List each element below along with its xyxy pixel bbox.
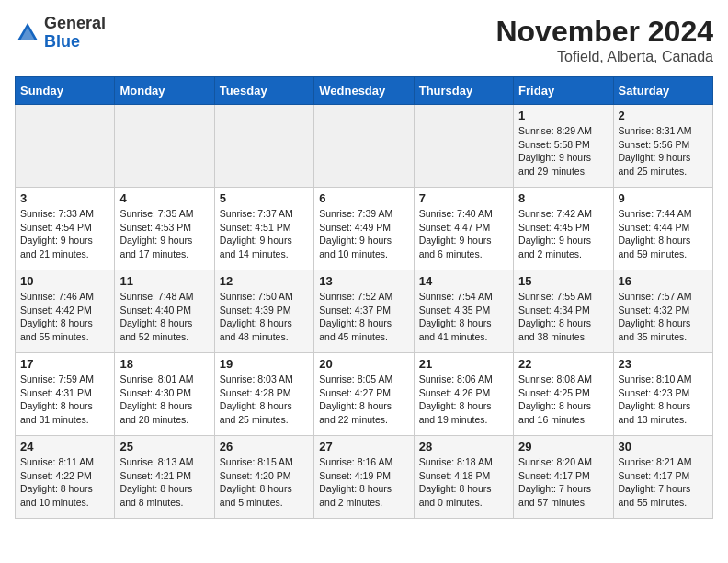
day-info: Sunrise: 8:11 AM xyxy=(20,455,109,469)
day-info: Daylight: 8 hours xyxy=(518,316,608,330)
day-info: Daylight: 8 hours xyxy=(319,399,408,413)
day-info: Daylight: 8 hours xyxy=(419,399,508,413)
day-info: Sunset: 4:47 PM xyxy=(419,221,508,235)
day-info: Sunrise: 8:05 AM xyxy=(319,373,408,386)
calendar-cell: 6Sunrise: 7:39 AMSunset: 4:49 PMDaylight… xyxy=(314,188,414,270)
day-number: 1 xyxy=(518,109,608,122)
day-info: Sunset: 4:20 PM xyxy=(220,469,309,483)
day-info: Daylight: 8 hours xyxy=(619,399,708,413)
day-number: 21 xyxy=(419,357,508,371)
day-info: Sunset: 4:27 PM xyxy=(319,386,408,400)
day-number: 8 xyxy=(518,191,608,205)
day-info: Sunrise: 7:55 AM xyxy=(518,290,608,304)
calendar-cell: 3Sunrise: 7:33 AMSunset: 4:54 PMDaylight… xyxy=(16,188,115,270)
day-info: and 10 minutes. xyxy=(20,496,109,510)
calendar-cell: 22Sunrise: 8:08 AMSunset: 4:25 PMDayligh… xyxy=(514,353,613,436)
day-info: Sunset: 4:44 PM xyxy=(619,221,708,235)
week-row-4: 24Sunrise: 8:11 AMSunset: 4:22 PMDayligh… xyxy=(16,436,713,519)
day-info: Sunset: 4:30 PM xyxy=(119,386,209,400)
day-info: Sunset: 4:40 PM xyxy=(119,304,209,317)
calendar-cell: 21Sunrise: 8:06 AMSunset: 4:26 PMDayligh… xyxy=(414,353,513,436)
day-info: Daylight: 9 hours xyxy=(518,234,608,247)
calendar-cell: 2Sunrise: 8:31 AMSunset: 5:56 PMDaylight… xyxy=(613,105,712,188)
day-number: 17 xyxy=(20,357,109,371)
day-info: Sunset: 5:58 PM xyxy=(518,138,608,152)
day-info: Daylight: 8 hours xyxy=(518,399,608,413)
day-info: Sunset: 4:17 PM xyxy=(518,469,608,483)
day-info: Sunset: 4:22 PM xyxy=(20,469,109,483)
weekday-sunday: Sunday xyxy=(16,77,115,105)
calendar-cell: 23Sunrise: 8:10 AMSunset: 4:23 PMDayligh… xyxy=(613,353,712,436)
day-number: 19 xyxy=(220,357,309,371)
day-info: Daylight: 8 hours xyxy=(619,316,708,330)
day-info: Sunrise: 7:42 AM xyxy=(518,207,608,221)
day-info: Sunrise: 8:03 AM xyxy=(220,373,309,386)
day-info: Sunset: 4:26 PM xyxy=(419,386,508,400)
day-info: Daylight: 7 hours xyxy=(518,482,608,496)
day-info: Daylight: 9 hours xyxy=(319,234,408,247)
calendar-cell: 16Sunrise: 7:57 AMSunset: 4:32 PMDayligh… xyxy=(613,270,712,353)
day-info: Sunrise: 8:18 AM xyxy=(419,455,508,469)
weekday-monday: Monday xyxy=(115,77,214,105)
day-info: and 21 minutes. xyxy=(20,247,109,261)
calendar-cell: 27Sunrise: 8:16 AMSunset: 4:19 PMDayligh… xyxy=(314,436,414,519)
day-number: 29 xyxy=(518,440,608,454)
calendar-header: SundayMondayTuesdayWednesdayThursdayFrid… xyxy=(16,77,713,105)
day-info: and 2 minutes. xyxy=(319,496,408,510)
day-info: and 38 minutes. xyxy=(518,330,608,344)
weekday-wednesday: Wednesday xyxy=(314,77,414,105)
day-info: Sunrise: 8:01 AM xyxy=(119,373,209,386)
day-info: Sunset: 4:34 PM xyxy=(518,304,608,317)
day-number: 6 xyxy=(319,191,408,205)
day-number: 14 xyxy=(419,274,508,288)
day-info: Daylight: 8 hours xyxy=(119,399,209,413)
day-info: Sunrise: 8:15 AM xyxy=(220,455,309,469)
day-info: Daylight: 9 hours xyxy=(518,151,608,165)
day-info: and 52 minutes. xyxy=(119,330,209,344)
day-number: 24 xyxy=(20,440,109,454)
day-number: 9 xyxy=(619,191,708,205)
day-number: 16 xyxy=(619,274,708,288)
day-info: Sunset: 4:54 PM xyxy=(20,221,109,235)
calendar-cell xyxy=(16,105,115,188)
day-info: Sunset: 4:51 PM xyxy=(220,221,309,235)
calendar-cell: 4Sunrise: 7:35 AMSunset: 4:53 PMDaylight… xyxy=(115,188,214,270)
day-info: Sunrise: 7:54 AM xyxy=(419,290,508,304)
day-number: 22 xyxy=(518,357,608,371)
day-info: Sunrise: 7:33 AM xyxy=(20,207,109,221)
day-info: Sunrise: 8:29 AM xyxy=(518,124,608,138)
calendar-cell: 14Sunrise: 7:54 AMSunset: 4:35 PMDayligh… xyxy=(414,270,513,353)
day-number: 26 xyxy=(220,440,309,454)
day-info: and 0 minutes. xyxy=(419,496,508,510)
day-info: and 55 minutes. xyxy=(20,330,109,344)
day-number: 2 xyxy=(619,109,708,122)
day-info: Sunrise: 8:10 AM xyxy=(619,373,708,386)
day-number: 11 xyxy=(119,274,209,288)
page-header: General Blue November 2024 Tofield, Albe… xyxy=(15,15,713,65)
calendar-cell: 30Sunrise: 8:21 AMSunset: 4:17 PMDayligh… xyxy=(613,436,712,519)
day-number: 13 xyxy=(319,274,408,288)
calendar-cell: 18Sunrise: 8:01 AMSunset: 4:30 PMDayligh… xyxy=(115,353,214,436)
day-info: Sunset: 4:31 PM xyxy=(20,386,109,400)
week-row-3: 17Sunrise: 7:59 AMSunset: 4:31 PMDayligh… xyxy=(16,353,713,436)
day-info: Sunset: 4:53 PM xyxy=(119,221,209,235)
day-info: and 57 minutes. xyxy=(518,496,608,510)
weekday-saturday: Saturday xyxy=(613,77,712,105)
day-info: and 2 minutes. xyxy=(518,247,608,261)
day-info: Sunrise: 8:06 AM xyxy=(419,373,508,386)
day-info: and 25 minutes. xyxy=(619,165,708,178)
day-info: Sunset: 5:56 PM xyxy=(619,138,708,152)
day-info: Sunrise: 7:57 AM xyxy=(619,290,708,304)
day-info: Daylight: 8 hours xyxy=(119,482,209,496)
calendar-table: SundayMondayTuesdayWednesdayThursdayFrid… xyxy=(15,76,713,519)
day-info: and 28 minutes. xyxy=(119,413,209,427)
day-info: Sunrise: 8:20 AM xyxy=(518,455,608,469)
day-info: Sunrise: 7:59 AM xyxy=(20,373,109,386)
day-info: Daylight: 8 hours xyxy=(20,399,109,413)
day-info: Daylight: 8 hours xyxy=(220,482,309,496)
day-info: Sunset: 4:17 PM xyxy=(619,469,708,483)
day-info: and 10 minutes. xyxy=(319,247,408,261)
day-info: and 48 minutes. xyxy=(220,330,309,344)
day-info: Sunset: 4:37 PM xyxy=(319,304,408,317)
day-info: Sunset: 4:45 PM xyxy=(518,221,608,235)
